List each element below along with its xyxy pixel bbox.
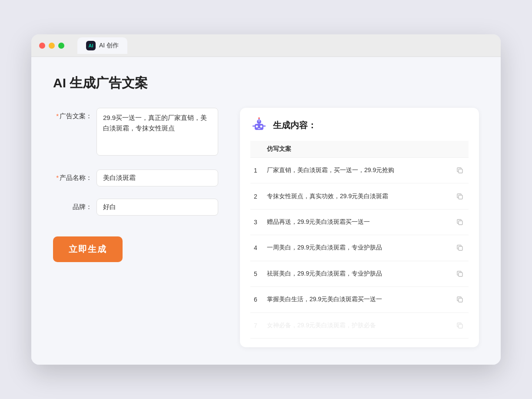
table-row: 4一周美白，29.9元美白淡斑霜，专业护肤品 bbox=[250, 235, 469, 261]
copy-icon[interactable] bbox=[455, 294, 465, 305]
robot-icon bbox=[250, 116, 268, 134]
copy-button-cell[interactable] bbox=[451, 261, 469, 286]
ad-copy-required: * bbox=[56, 112, 59, 120]
svg-rect-11 bbox=[459, 195, 462, 199]
maximize-button[interactable] bbox=[58, 43, 64, 49]
svg-rect-15 bbox=[459, 298, 462, 302]
form-panel: *广告文案： 29.9买一送一，真正的厂家直销，美白淡斑霜，专抹女性斑点 *产品… bbox=[53, 108, 218, 347]
svg-point-1 bbox=[258, 120, 260, 122]
traffic-lights bbox=[39, 43, 64, 49]
main-layout: *广告文案： 29.9买一送一，真正的厂家直销，美白淡斑霜，专抹女性斑点 *产品… bbox=[53, 108, 479, 347]
copy-button-cell[interactable] bbox=[451, 209, 469, 235]
copy-icon[interactable] bbox=[455, 320, 465, 331]
svg-rect-10 bbox=[459, 169, 462, 173]
page-title: AI 生成广告文案 bbox=[53, 74, 479, 92]
svg-rect-13 bbox=[459, 246, 462, 250]
product-name-required: * bbox=[56, 174, 59, 181]
table-row: 2专抹女性斑点，真实功效，29.9元美白淡斑霜 bbox=[250, 183, 469, 209]
row-number: 6 bbox=[250, 287, 263, 313]
copy-button-cell[interactable] bbox=[451, 287, 469, 313]
row-text: 赠品再送，29.9元美白淡斑霜买一送一 bbox=[263, 209, 451, 235]
row-number: 3 bbox=[250, 209, 263, 235]
copy-icon[interactable] bbox=[455, 191, 465, 202]
col-text-header: 仿写文案 bbox=[263, 141, 451, 158]
table-row: 1厂家直销，美白淡斑霜，买一送一，29.9元抢购 bbox=[250, 158, 469, 183]
copy-button-cell[interactable] bbox=[451, 158, 469, 183]
ad-copy-input-wrap: 29.9买一送一，真正的厂家直销，美白淡斑霜，专抹女性斑点 bbox=[96, 108, 218, 157]
ad-copy-input[interactable]: 29.9买一送一，真正的厂家直销，美白淡斑霜，专抹女性斑点 bbox=[96, 108, 218, 156]
generate-button[interactable]: 立即生成 bbox=[53, 236, 123, 262]
svg-point-3 bbox=[256, 126, 258, 128]
row-number: 1 bbox=[250, 158, 263, 183]
result-title: 生成内容： bbox=[273, 120, 316, 131]
copy-icon[interactable] bbox=[455, 269, 465, 279]
table-row: 6掌握美白生活，29.9元美白淡斑霜买一送一 bbox=[250, 287, 469, 313]
close-button[interactable] bbox=[39, 43, 45, 49]
svg-rect-14 bbox=[459, 273, 462, 276]
ai-icon: AI bbox=[86, 41, 96, 50]
row-number: 7 bbox=[250, 313, 263, 338]
tab-label: AI 创作 bbox=[99, 42, 119, 50]
row-text: 一周美白，29.9元美白淡斑霜，专业护肤品 bbox=[263, 235, 451, 261]
svg-point-4 bbox=[260, 126, 263, 128]
browser-window: AI AI 创作 AI 生成广告文案 *广告文案： 29.9买一送一，真正的厂家… bbox=[31, 34, 501, 365]
result-header: 生成内容： bbox=[250, 116, 469, 134]
result-table: 仿写文案 1厂家直销，美白淡斑霜，买一送一，29.9元抢购 2专抹女性斑点，真实… bbox=[250, 141, 469, 339]
brand-input-wrap bbox=[96, 199, 218, 216]
row-number: 4 bbox=[250, 235, 263, 261]
product-name-input[interactable] bbox=[96, 170, 218, 186]
row-text: 女神必备，29.9元美白淡斑霜，护肤必备 bbox=[263, 313, 451, 338]
svg-rect-16 bbox=[459, 324, 462, 328]
svg-point-7 bbox=[258, 117, 260, 119]
product-name-label: *产品名称： bbox=[53, 170, 92, 182]
svg-rect-12 bbox=[459, 221, 462, 225]
ad-copy-row: *广告文案： 29.9买一送一，真正的厂家直销，美白淡斑霜，专抹女性斑点 bbox=[53, 108, 218, 157]
table-row: 3赠品再送，29.9元美白淡斑霜买一送一 bbox=[250, 209, 469, 235]
ad-copy-label: *广告文案： bbox=[53, 108, 92, 120]
row-text: 专抹女性斑点，真实功效，29.9元美白淡斑霜 bbox=[263, 183, 451, 209]
brand-row: 品牌： bbox=[53, 199, 218, 216]
copy-button-cell[interactable] bbox=[451, 235, 469, 261]
copy-button-cell[interactable] bbox=[451, 313, 469, 338]
col-copy-header bbox=[451, 141, 469, 158]
row-text: 掌握美白生活，29.9元美白淡斑霜买一送一 bbox=[263, 287, 451, 313]
row-text: 厂家直销，美白淡斑霜，买一送一，29.9元抢购 bbox=[263, 158, 451, 183]
brand-input[interactable] bbox=[96, 199, 218, 216]
tab-ai-create[interactable]: AI AI 创作 bbox=[77, 37, 127, 54]
table-row: 7女神必备，29.9元美白淡斑霜，护肤必备 bbox=[250, 313, 469, 338]
browser-content: AI 生成广告文案 *广告文案： 29.9买一送一，真正的厂家直销，美白淡斑霜，… bbox=[31, 57, 501, 365]
row-text: 祛斑美白，29.9元美白淡斑霜，专业护肤品 bbox=[263, 261, 451, 286]
col-num-header bbox=[250, 141, 263, 158]
brand-label: 品牌： bbox=[53, 199, 92, 211]
svg-rect-5 bbox=[258, 128, 260, 129]
copy-icon[interactable] bbox=[455, 165, 465, 176]
row-number: 5 bbox=[250, 261, 263, 286]
product-name-row: *产品名称： bbox=[53, 170, 218, 186]
table-row: 5祛斑美白，29.9元美白淡斑霜，专业护肤品 bbox=[250, 261, 469, 286]
tab-bar: AI AI 创作 bbox=[77, 37, 127, 54]
copy-button-cell[interactable] bbox=[451, 183, 469, 209]
copy-icon[interactable] bbox=[455, 217, 465, 227]
result-panel: 生成内容： 仿写文案 1厂家直销，美白淡斑霜，买一送一，29.9元抢购 bbox=[240, 108, 479, 347]
copy-icon[interactable] bbox=[455, 243, 465, 253]
minimize-button[interactable] bbox=[49, 43, 55, 49]
row-number: 2 bbox=[250, 183, 263, 209]
product-name-input-wrap bbox=[96, 170, 218, 186]
titlebar: AI AI 创作 bbox=[31, 34, 501, 57]
